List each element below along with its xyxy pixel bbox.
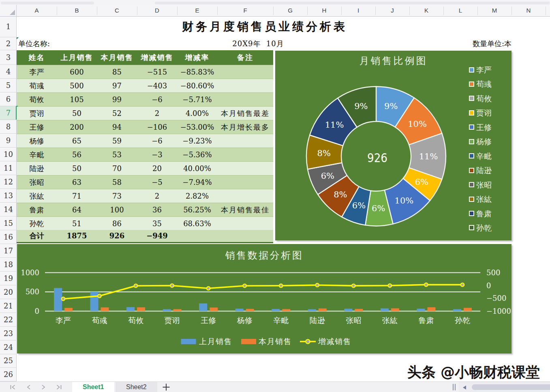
cell-name[interactable]: 杨修: [17, 134, 57, 148]
cell-name[interactable]: 荀攸: [17, 93, 57, 106]
row-header-19[interactable]: 19: [0, 272, 17, 285]
cell-last_month[interactable]: 51: [57, 217, 97, 230]
select-all-corner[interactable]: [0, 5, 17, 17]
cell-this_month[interactable]: 100: [97, 203, 137, 216]
row-header-22[interactable]: 22: [0, 313, 17, 327]
column-header-b[interactable]: B: [57, 5, 97, 16]
column-header-d[interactable]: D: [137, 5, 177, 16]
column-header-k[interactable]: K: [409, 5, 443, 16]
column-header-g[interactable]: G: [273, 5, 307, 16]
donut-legend-item[interactable]: 辛毗: [469, 152, 511, 161]
cell-note[interactable]: [217, 176, 273, 189]
bar-this-month[interactable]: [210, 308, 218, 311]
row-header-20[interactable]: 20: [0, 285, 17, 299]
bar-this-month[interactable]: [101, 307, 109, 311]
cell-change[interactable]: 2: [137, 189, 177, 203]
bar-last-month[interactable]: [453, 309, 461, 311]
row-header-2[interactable]: 2: [0, 37, 17, 50]
cell-last_month[interactable]: 50: [57, 107, 97, 120]
cell-change_rate[interactable]: −5.71%: [177, 93, 217, 106]
donut-legend-item[interactable]: 陆逊: [469, 166, 511, 175]
bar-last-month[interactable]: [90, 292, 98, 311]
cell-last_month[interactable]: 105: [57, 93, 97, 106]
line-marker[interactable]: [388, 284, 392, 287]
tab-split-handle[interactable]: [453, 384, 456, 390]
cell-note[interactable]: [217, 189, 273, 203]
tab-sheet1[interactable]: Sheet1: [72, 382, 114, 392]
table-row[interactable]: 鲁肃641003656.25%本月销售最佳: [17, 203, 273, 216]
row-header-16[interactable]: 16: [0, 230, 17, 244]
cell-change[interactable]: 2: [137, 107, 177, 120]
bar-last-month[interactable]: [163, 309, 171, 311]
cell-last_month[interactable]: 63: [57, 176, 97, 189]
cell-last_month[interactable]: 50: [57, 162, 97, 175]
cell-last_month[interactable]: 500: [57, 79, 97, 92]
next-sheet-icon[interactable]: [42, 385, 45, 389]
last-sheet-icon[interactable]: [57, 385, 60, 389]
prev-sheet-icon[interactable]: [28, 385, 30, 389]
line-marker[interactable]: [62, 297, 65, 300]
line-marker[interactable]: [461, 283, 464, 286]
cell-this_month[interactable]: 70: [97, 162, 137, 175]
cell-this_month[interactable]: 58: [97, 176, 137, 189]
cell-name[interactable]: 张昭: [17, 176, 57, 189]
bar-this-month[interactable]: [464, 308, 472, 311]
row-header-7[interactable]: 7: [0, 106, 17, 120]
cell-note[interactable]: 本月销售最差: [217, 107, 273, 120]
bar-last-month[interactable]: [126, 307, 135, 311]
donut-legend-item[interactable]: 张昭: [469, 180, 511, 189]
cell-last_month[interactable]: 71: [57, 189, 97, 203]
column-headers[interactable]: ABCDEFGHIJKLMN: [17, 5, 550, 17]
bar-last-month[interactable]: [344, 309, 352, 311]
add-sheet-icon[interactable]: [161, 382, 171, 392]
line-marker[interactable]: [352, 284, 355, 287]
row-header-3[interactable]: 3: [0, 50, 17, 65]
column-header-e[interactable]: E: [177, 5, 217, 16]
cell-this_month[interactable]: 85: [97, 65, 137, 79]
cell-change_rate[interactable]: −85.83%: [177, 65, 217, 79]
row-header-8[interactable]: 8: [0, 120, 17, 134]
row-header-21[interactable]: 21: [0, 299, 17, 313]
donut-legend-item[interactable]: 李严: [469, 65, 511, 74]
cell-name[interactable]: 孙乾: [17, 217, 57, 230]
cell-this_month[interactable]: 97: [97, 79, 137, 92]
donut-legend-item[interactable]: 贾诩: [469, 108, 511, 117]
horizontal-scrollbar-thumb[interactable]: [472, 384, 550, 390]
column-header-h[interactable]: H: [307, 5, 341, 16]
donut-legend-item[interactable]: 孙乾: [469, 223, 511, 232]
cell-note[interactable]: [217, 162, 273, 175]
line-marker[interactable]: [316, 283, 319, 287]
scroll-left-icon[interactable]: [463, 386, 466, 390]
cell-last_month[interactable]: 65: [57, 134, 97, 148]
table-row[interactable]: 孙乾51863568.63%: [17, 216, 273, 230]
cell-note[interactable]: 本月增长最多: [217, 120, 273, 134]
cell-note[interactable]: [217, 217, 273, 230]
row-header-24[interactable]: 24: [0, 341, 17, 354]
cell-name[interactable]: 王修: [17, 120, 57, 134]
row-header-26[interactable]: 26: [0, 368, 17, 381]
bar-this-month[interactable]: [319, 308, 327, 311]
row-header-13[interactable]: 13: [0, 189, 17, 203]
line-marker[interactable]: [134, 284, 137, 287]
cell-this_month[interactable]: 53: [97, 148, 137, 161]
row-header-18[interactable]: 18: [0, 258, 17, 272]
cell-note[interactable]: [217, 93, 273, 106]
column-header-l[interactable]: L: [443, 5, 477, 16]
bar-this-month[interactable]: [427, 307, 435, 311]
table-row[interactable]: 贾诩505224.00%本月销售最差: [17, 106, 273, 120]
table-row[interactable]: 张昭6358−5−7.94%: [17, 175, 273, 189]
cell-change_rate[interactable]: 2.82%: [177, 189, 217, 203]
donut-legend-item[interactable]: 荀彧: [469, 79, 511, 88]
row-header-14[interactable]: 14: [0, 203, 17, 216]
table-row[interactable]: 李严60085−515−85.83%: [17, 65, 273, 79]
donut-legend-item[interactable]: 荀攸: [469, 94, 511, 103]
cell-this_month[interactable]: 94: [97, 120, 137, 134]
table-total-row[interactable]: 合计1875926−949: [17, 229, 273, 242]
bar-this-month[interactable]: [137, 307, 145, 311]
cell-note[interactable]: [217, 79, 273, 92]
row-header-23[interactable]: 23: [0, 327, 17, 341]
cell-name[interactable]: 鲁肃: [17, 203, 57, 216]
donut-legend-item[interactable]: 杨修: [469, 137, 511, 146]
column-header-c[interactable]: C: [97, 5, 137, 16]
cell-change_rate[interactable]: −80.60%: [177, 79, 217, 92]
